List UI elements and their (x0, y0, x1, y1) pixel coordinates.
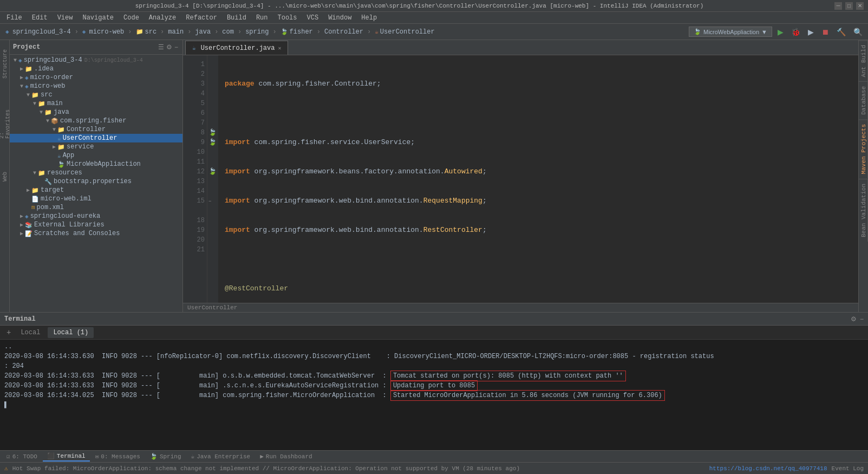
project-close-button[interactable]: − (173, 42, 179, 52)
bottom-tab-messages[interactable]: ✉ 0: Messages (91, 452, 145, 461)
breadcrumb-main[interactable]: main (166, 27, 186, 37)
terminal-tab-local1[interactable]: Local (1) (48, 327, 94, 338)
bean-validation-tab[interactable]: Bean Validation (859, 179, 868, 242)
terminal-content[interactable]: .. 2020-03-08 16:14:33.630 INFO 9028 ---… (0, 340, 868, 450)
tree-item-pom[interactable]: m pom.xml (10, 203, 182, 212)
menu-code[interactable]: Code (119, 13, 143, 23)
tree-item-java[interactable]: ▼ 📁 java (10, 108, 182, 116)
terminal-settings-button[interactable]: ⚙ (851, 315, 857, 323)
build-button[interactable]: 🔨 (834, 27, 848, 37)
close-button[interactable]: ✕ (856, 2, 864, 10)
tree-item-microweb-iml[interactable]: 📄 micro-web.iml (10, 194, 182, 203)
java-tab-icon: ☕ (192, 44, 196, 51)
structure-tab[interactable]: Structure (1, 42, 9, 86)
project-layout-button[interactable]: ☰ (157, 42, 165, 52)
terminal-tabs: + Local Local (1) (0, 326, 868, 340)
tree-item-controller[interactable]: ▼ 📁 Controller (10, 125, 182, 134)
breadcrumb-micro-web[interactable]: ◈ micro-web (80, 27, 126, 37)
breadcrumb-controller[interactable]: Controller (322, 27, 366, 37)
main-layout: Structure 2: Favorites Web Project ☰ ⚙ −… (0, 40, 868, 312)
run-config-button[interactable]: 🍃 MicroWebAppliaction ▼ (689, 27, 772, 37)
toolbar-right: 🍃 MicroWebAppliaction ▼ ▶ 🐞 ▶ ⏹ 🔨 🔍 (689, 27, 865, 37)
tree-item-microwebapp[interactable]: 🍃 MicroWebAppliaction (10, 160, 182, 168)
tree-item-app[interactable]: ☕ App (10, 151, 182, 160)
breadcrumb-fisher[interactable]: 🍃 fisher (278, 27, 315, 37)
status-bar: ⚠ Hot Swap failed: MicroOrderApplication… (0, 462, 868, 474)
tree-item-bootstrap[interactable]: 🔧 bootstrap.properties (10, 177, 182, 186)
bottom-tab-terminal[interactable]: ⬛ Terminal (43, 451, 90, 462)
breadcrumb-com[interactable]: com (220, 27, 236, 37)
menu-tools[interactable]: Tools (273, 13, 302, 23)
menu-file[interactable]: File (2, 13, 27, 23)
breadcrumb-usercontroller[interactable]: ☕ UserController (373, 27, 436, 37)
bottom-tab-javaee[interactable]: ☕ Java Enterprise (187, 452, 255, 461)
fold-gutter-9: 🍃 − (208, 138, 217, 147)
tree-item-usercontroller[interactable]: ☕ UserController (10, 134, 182, 142)
project-panel: Project ☰ ⚙ − ▼ ◈ springcloud_3-4 D:\spr… (10, 40, 183, 312)
bottom-tab-spring[interactable]: 🍃 Spring (146, 452, 186, 461)
breadcrumb-project[interactable]: ◈ springcloud_3-4 (3, 27, 73, 37)
tree-item-micro-order[interactable]: ▶ ◈ micro-order (10, 73, 182, 82)
tree-item-package[interactable]: ▼ 📦 com.spring.fisher (10, 116, 182, 125)
search-button[interactable]: 🔍 (851, 27, 865, 37)
editor-area: ☕ UserController.java ✕ 1234567891011121… (183, 40, 858, 312)
bottom-tab-todo[interactable]: ☑ 6: TODO (2, 452, 42, 461)
bottom-tab-rundashboard[interactable]: ▶ Run Dashboard (256, 452, 316, 461)
status-url[interactable]: https://blog.csdn.net/qq_40977418 (709, 465, 827, 472)
tree-item-eureka[interactable]: ▶ ◈ springcloud-eureka (10, 212, 182, 220)
terminal-tab-local[interactable]: Local (15, 327, 45, 338)
fold-icon-15[interactable]: − (208, 199, 211, 204)
debug-button[interactable]: 🐞 (789, 27, 802, 37)
menu-vcs[interactable]: VCS (303, 13, 323, 23)
maven-projects-tab[interactable]: Maven Projects (859, 119, 868, 178)
module-icon: ◈ (5, 28, 9, 35)
module-icon: ◈ (25, 83, 29, 90)
tree-item-main[interactable]: ▼ 📁 main (10, 99, 182, 108)
tree-item-root[interactable]: ▼ ◈ springcloud_3-4 D:\springcloud_3-4 (10, 56, 182, 64)
menu-help[interactable]: Help (357, 13, 381, 23)
code-line-7 (225, 255, 852, 264)
code-content[interactable]: package com.spring.fisher.Controller; im… (218, 55, 858, 303)
tree-item-idea[interactable]: ▶ 📁 .idea (10, 64, 182, 73)
menu-analyze[interactable]: Analyze (145, 13, 180, 23)
java-icon: ☕ (375, 28, 378, 35)
project-settings-button[interactable]: ⚙ (165, 42, 173, 52)
terminal-add-button[interactable]: + (4, 328, 13, 337)
terminal-line-1: 2020-03-08 16:14:33.630 INFO 9028 --- [n… (4, 352, 864, 361)
breadcrumb-spring[interactable]: spring (243, 27, 271, 37)
coverage-button[interactable]: ▶ (806, 27, 816, 37)
menu-refactor[interactable]: Refactor (181, 13, 221, 23)
run-icon: ▶ (260, 453, 264, 460)
maximize-button[interactable]: □ (845, 2, 853, 10)
module-icon: ◈ (18, 57, 22, 64)
breadcrumb-src[interactable]: 📁 src (134, 27, 159, 37)
stop-button[interactable]: ⏹ (819, 27, 831, 37)
menu-navigate[interactable]: Navigate (78, 13, 118, 23)
module-icon: ◈ (82, 28, 86, 35)
run-button[interactable]: ▶ (775, 27, 786, 37)
tree-item-scratches[interactable]: ▶ 📝 Scratches and Consoles (10, 229, 182, 238)
terminal-minimize-button[interactable]: − (860, 315, 864, 323)
tree-item-src[interactable]: ▼ 📁 src (10, 90, 182, 99)
menu-run[interactable]: Run (252, 13, 272, 23)
menu-view[interactable]: View (53, 13, 77, 23)
tree-item-target[interactable]: ▶ 📁 target (10, 186, 182, 194)
menu-build[interactable]: Build (223, 13, 251, 23)
tree-item-external-libs[interactable]: ▶ 📚 External Libraries (10, 220, 182, 229)
favorites-tab[interactable]: 2: Favorites (1, 99, 9, 142)
tree-item-resources[interactable]: ▼ 📁 resources (10, 168, 182, 177)
menu-window[interactable]: Window (324, 13, 356, 23)
menu-edit[interactable]: Edit (28, 13, 52, 23)
code-line-5: import org.springframework.web.bind.anno… (225, 196, 852, 206)
tree-item-service[interactable]: ▶ 📁 service (10, 142, 182, 151)
breadcrumb-java[interactable]: java (193, 27, 213, 37)
scratches-label: Scratches and Consoles (34, 230, 120, 237)
tree-item-micro-web[interactable]: ▼ ◈ micro-web (10, 82, 182, 90)
minimize-button[interactable]: ─ (834, 2, 842, 10)
event-log-button[interactable]: Event Log (832, 465, 864, 472)
editor-tab-usercontroller[interactable]: ☕ UserController.java ✕ (185, 41, 288, 55)
web-tab[interactable]: Web (1, 155, 9, 198)
ant-build-tab[interactable]: Ant Build (859, 40, 868, 81)
tab-close-button[interactable]: ✕ (278, 45, 281, 51)
database-tab[interactable]: Database (859, 81, 868, 119)
